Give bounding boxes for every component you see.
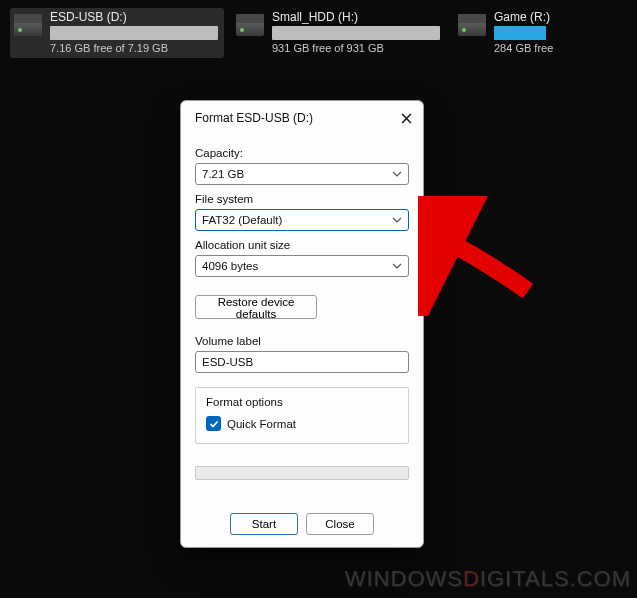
chevron-down-icon	[392, 261, 402, 273]
capacity-select[interactable]: 7.21 GB	[195, 163, 409, 185]
drive-item-esd[interactable]: ESD-USB (D:) 7.16 GB free of 7.19 GB	[10, 8, 224, 58]
drive-free-text: 284 GB free	[494, 42, 553, 54]
quick-format-label: Quick Format	[227, 418, 296, 430]
annotation-arrow-icon	[418, 196, 548, 316]
capacity-bar	[494, 26, 546, 40]
drive-name: ESD-USB (D:)	[50, 10, 218, 24]
filesystem-value: FAT32 (Default)	[202, 214, 282, 226]
close-icon	[401, 113, 412, 124]
drive-icon	[458, 14, 486, 36]
volume-label-label: Volume label	[195, 335, 409, 347]
capacity-value: 7.21 GB	[202, 168, 244, 180]
watermark: WINDOWSDIGITALS.COM	[345, 566, 631, 592]
check-icon	[209, 419, 219, 429]
dialog-actions: Start Close	[181, 503, 423, 547]
allocation-label: Allocation unit size	[195, 239, 409, 251]
restore-defaults-button[interactable]: Restore device defaults	[195, 295, 317, 319]
volume-label-input[interactable]	[195, 351, 409, 373]
chevron-down-icon	[392, 215, 402, 227]
quick-format-checkbox[interactable]	[206, 416, 221, 431]
filesystem-select[interactable]: FAT32 (Default)	[195, 209, 409, 231]
close-button[interactable]	[399, 111, 413, 125]
drive-item-small[interactable]: Small_HDD (H:) 931 GB free of 931 GB	[232, 8, 446, 58]
capacity-bar	[272, 26, 440, 40]
drive-name: Game (R:)	[494, 10, 553, 24]
format-dialog: Format ESD-USB (D:) Capacity: 7.21 GB Fi…	[180, 100, 424, 548]
drive-item-game[interactable]: Game (R:) 284 GB free	[454, 8, 559, 58]
drive-free-text: 931 GB free of 931 GB	[272, 42, 440, 54]
chevron-down-icon	[392, 169, 402, 181]
close-dialog-button[interactable]: Close	[306, 513, 374, 535]
drive-list: ESD-USB (D:) 7.16 GB free of 7.19 GB Sma…	[0, 0, 637, 66]
drive-icon	[14, 14, 42, 36]
allocation-select[interactable]: 4096 bytes	[195, 255, 409, 277]
drive-name: Small_HDD (H:)	[272, 10, 440, 24]
dialog-title: Format ESD-USB (D:)	[195, 111, 313, 125]
drive-icon	[236, 14, 264, 36]
filesystem-label: File system	[195, 193, 409, 205]
dialog-titlebar: Format ESD-USB (D:)	[181, 101, 423, 131]
progress-bar	[195, 466, 409, 480]
format-options-group: Format options Quick Format	[195, 387, 409, 444]
format-options-label: Format options	[206, 396, 398, 408]
allocation-value: 4096 bytes	[202, 260, 258, 272]
capacity-label: Capacity:	[195, 147, 409, 159]
start-button[interactable]: Start	[230, 513, 298, 535]
drive-free-text: 7.16 GB free of 7.19 GB	[50, 42, 218, 54]
capacity-bar	[50, 26, 218, 40]
